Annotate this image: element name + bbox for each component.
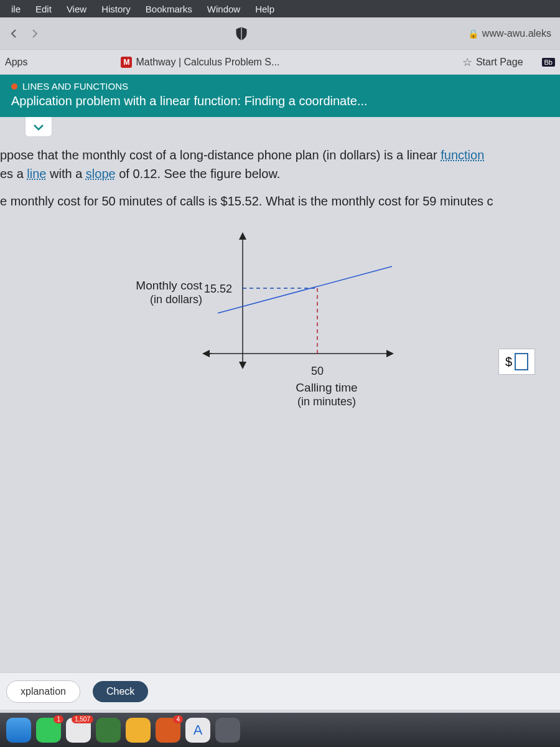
menu-view[interactable]: View: [59, 4, 94, 14]
expand-chevron[interactable]: [25, 117, 52, 137]
bookmark-mathway-label: Mathway | Calculus Problem S...: [136, 57, 279, 68]
problem-line2b: with a: [47, 167, 86, 181]
menu-file[interactable]: ile: [4, 4, 28, 14]
term-function[interactable]: function: [441, 148, 484, 162]
mac-menubar: ile Edit View History Bookmarks Window H…: [0, 0, 560, 17]
dock-messages-icon[interactable]: 1: [36, 718, 61, 743]
dock-facetime-icon[interactable]: [96, 718, 121, 743]
bookmark-startpage[interactable]: ☆ Start Page: [462, 55, 523, 69]
aleks-header: LINES AND FUNCTIONS Application problem …: [0, 75, 560, 117]
menu-history[interactable]: History: [94, 4, 138, 14]
mac-dock: 1 1,507 4 A: [0, 713, 560, 747]
dock-appstore-icon[interactable]: A: [185, 718, 210, 743]
check-button[interactable]: Check: [93, 681, 148, 702]
blackboard-icon: Bb: [542, 58, 555, 67]
bookmark-apps[interactable]: Apps: [5, 57, 27, 68]
answer-input[interactable]: [515, 353, 528, 370]
aleks-title: Application problem with a linear functi…: [11, 94, 549, 108]
graph: Monthly cost (in dollars) 15.52 50 Calli…: [93, 229, 467, 428]
dock-notes-icon[interactable]: [126, 718, 151, 743]
bookmark-apps-label: Apps: [5, 57, 27, 68]
graph-svg: [193, 229, 404, 372]
problem-line1: ppose that the monthly cost of a long-di…: [0, 148, 441, 162]
url-bar[interactable]: 🔒 www-awu.aleks: [468, 28, 554, 39]
star-icon: ☆: [462, 55, 472, 69]
svg-line-6: [218, 266, 392, 313]
problem-line2c: of 0.12. See the figure below.: [116, 167, 281, 181]
term-slope[interactable]: slope: [86, 167, 116, 181]
aleks-topic: LINES AND FUNCTIONS: [11, 81, 549, 92]
x-axis-label: Calling time (in minutes): [264, 381, 389, 408]
answer-box: $: [498, 349, 535, 375]
bookmark-mathway[interactable]: M Mathway | Calculus Problem S...: [121, 57, 279, 68]
url-text: www-awu.aleks: [482, 28, 551, 39]
topic-dot-icon: [11, 83, 17, 90]
explanation-button[interactable]: xplanation: [6, 680, 80, 703]
menu-help[interactable]: Help: [248, 4, 282, 14]
problem-text: ppose that the monthly cost of a long-di…: [0, 137, 560, 210]
mathway-icon: M: [121, 57, 132, 68]
back-button[interactable]: [6, 26, 21, 41]
problem-line2a: es a: [0, 167, 27, 181]
menu-bookmarks[interactable]: Bookmarks: [138, 4, 200, 14]
bookmark-bb[interactable]: Bb: [542, 58, 555, 67]
bookmarks-bar: Apps M Mathway | Calculus Problem S... ☆…: [0, 50, 560, 75]
browser-toolbar: 🔒 www-awu.aleks: [0, 17, 560, 50]
forward-button[interactable]: [27, 26, 42, 41]
x-tick-value: 50: [311, 365, 324, 378]
aleks-topic-label: LINES AND FUNCTIONS: [22, 81, 128, 92]
privacy-shield-icon[interactable]: [235, 27, 249, 40]
bottom-bar: xplanation Check: [0, 672, 560, 710]
y-axis-label: Monthly cost (in dollars): [93, 279, 202, 306]
bookmark-startpage-label: Start Page: [476, 57, 523, 68]
mail-badge: 1,507: [72, 715, 93, 723]
dock-mail-icon[interactable]: 1,507: [66, 718, 91, 743]
dock-app1-icon[interactable]: 4: [156, 718, 180, 743]
term-line[interactable]: line: [27, 167, 46, 181]
menu-window[interactable]: Window: [200, 4, 248, 14]
dock-settings-icon[interactable]: [215, 718, 240, 743]
problem-line3: e monthly cost for 50 minutes of calls i…: [0, 192, 555, 210]
dollar-prefix: $: [505, 355, 512, 369]
dock-finder-icon[interactable]: [6, 718, 31, 743]
menu-edit[interactable]: Edit: [28, 4, 59, 14]
lock-icon: 🔒: [468, 29, 478, 39]
